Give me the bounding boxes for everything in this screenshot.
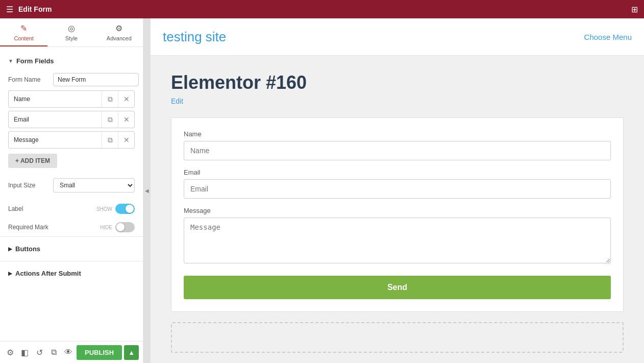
preview-icon-btn[interactable]: 👁 [62, 345, 75, 360]
buttons-arrow: ▶ [8, 246, 12, 252]
canvas: testing site Choose Menu Elementor #160 … [151, 18, 644, 363]
actions-arrow: ▶ [8, 271, 12, 276]
buttons-section: ▶ Buttons [0, 236, 143, 261]
site-title: testing site [163, 29, 226, 45]
name-field-input[interactable] [184, 141, 611, 160]
field-email-duplicate-icon[interactable]: ⧉ [102, 111, 118, 128]
actions-section: ▶ Actions After Submit [0, 261, 143, 285]
field-email-label[interactable]: Email [9, 116, 102, 123]
content-tab-icon: ✎ [20, 23, 27, 33]
collapse-handle[interactable]: ◀ [143, 18, 151, 363]
label-toggle-wrap: SHOW [96, 204, 135, 214]
required-mark-toggle[interactable] [115, 222, 135, 232]
main-layout: ✎ Content ◎ Style ⚙ Advanced ▼ Form Fiel… [0, 18, 644, 363]
field-item-email[interactable]: Email ⧉ ✕ [8, 111, 135, 128]
form-container: Name Email Message Send [171, 117, 624, 312]
field-item-message[interactable]: Message ⧉ ✕ [8, 131, 135, 149]
top-bar: ☰ Edit Form ⊞ [0, 0, 644, 18]
label-toggle-knob [126, 205, 134, 213]
email-field-input[interactable] [184, 179, 611, 199]
required-hide-text: HIDE [100, 225, 112, 230]
required-mark-toggle-row: Required Mark HIDE [0, 218, 143, 236]
field-list: Name ⧉ ✕ Email ⧉ ✕ Message ⧉ ✕ [0, 90, 143, 149]
input-size-label: Input Size [8, 182, 49, 189]
advanced-tab-icon: ⚙ [115, 23, 122, 33]
choose-menu-link[interactable]: Choose Menu [584, 33, 632, 41]
tab-style-label: Style [65, 35, 78, 41]
field-email-delete-icon[interactable]: ✕ [118, 111, 134, 128]
sidebar-tabs: ✎ Content ◎ Style ⚙ Advanced [0, 18, 143, 47]
form-name-row: Form Name [0, 69, 143, 90]
canvas-content: Elementor #160 Edit Name Email Message S… [151, 56, 644, 363]
email-field-group: Email [184, 168, 611, 199]
buttons-section-label: Buttons [15, 245, 40, 253]
input-size-row: Input Size Small Medium Large Full Width [0, 174, 143, 197]
tab-advanced[interactable]: ⚙ Advanced [95, 18, 143, 46]
history-icon-btn[interactable]: ↺ [33, 345, 45, 360]
field-message-label[interactable]: Message [9, 136, 102, 143]
required-mark-toggle-wrap: HIDE [100, 222, 135, 232]
canvas-header: testing site Choose Menu [151, 18, 644, 56]
field-name-delete-icon[interactable]: ✕ [118, 91, 134, 107]
field-message-duplicate-icon[interactable]: ⧉ [102, 132, 118, 148]
responsive-icon-btn[interactable]: ⧉ [47, 345, 60, 360]
publish-arrow-button[interactable]: ▲ [124, 345, 139, 360]
message-field-textarea[interactable] [184, 217, 611, 263]
sidebar: ✎ Content ◎ Style ⚙ Advanced ▼ Form Fiel… [0, 18, 143, 363]
topbar-title: Edit Form [18, 5, 52, 13]
label-show-text: SHOW [96, 206, 112, 212]
form-fields-section-header[interactable]: ▼ Form Fields [0, 53, 143, 69]
tab-style[interactable]: ◎ Style [47, 18, 95, 46]
layers-icon-btn[interactable]: ◧ [18, 345, 31, 360]
actions-section-label: Actions After Submit [15, 270, 81, 277]
actions-section-header[interactable]: ▶ Actions After Submit [0, 267, 143, 280]
required-mark-toggle-knob [116, 223, 125, 231]
message-field-group: Message [184, 207, 611, 265]
style-tab-icon: ◎ [68, 23, 75, 33]
tab-content-label: Content [14, 35, 34, 41]
sidebar-content: ▼ Form Fields Form Name Name ⧉ ✕ Email ⧉… [0, 47, 143, 341]
page-title: Elementor #160 [171, 72, 624, 93]
input-size-select[interactable]: Small Medium Large Full Width [53, 178, 135, 192]
label-toggle-label: Label [8, 205, 23, 212]
form-fields-arrow: ▼ [8, 58, 13, 64]
field-item-name[interactable]: Name ⧉ ✕ [8, 90, 135, 108]
label-toggle-row: Label SHOW [0, 200, 143, 218]
grid-icon[interactable]: ⊞ [631, 5, 638, 14]
label-toggle[interactable] [115, 204, 135, 214]
sidebar-bottom: ⚙ ◧ ↺ ⧉ 👁 PUBLISH ▲ [0, 341, 143, 363]
edit-link[interactable]: Edit [171, 97, 183, 105]
hamburger-icon[interactable]: ☰ [6, 5, 13, 14]
name-field-group: Name [184, 130, 611, 160]
send-button[interactable]: Send [184, 276, 611, 299]
tab-advanced-label: Advanced [107, 35, 132, 41]
form-name-input[interactable] [53, 73, 139, 86]
add-item-button[interactable]: + ADD ITEM [8, 154, 57, 168]
form-name-label: Form Name [8, 76, 49, 83]
field-name-label[interactable]: Name [9, 95, 102, 103]
field-message-delete-icon[interactable]: ✕ [118, 132, 134, 148]
tab-content[interactable]: ✎ Content [0, 18, 47, 46]
publish-button[interactable]: PUBLISH [77, 345, 122, 360]
dotted-drop-area [171, 322, 624, 353]
name-field-label: Name [184, 130, 611, 138]
email-field-label: Email [184, 168, 611, 176]
message-field-label: Message [184, 207, 611, 214]
add-item-label: + ADD ITEM [15, 157, 50, 164]
field-name-duplicate-icon[interactable]: ⧉ [102, 91, 118, 107]
form-fields-label: Form Fields [16, 57, 54, 65]
required-mark-label: Required Mark [8, 224, 48, 231]
settings-icon-btn[interactable]: ⚙ [4, 345, 16, 360]
buttons-section-header[interactable]: ▶ Buttons [0, 242, 143, 256]
